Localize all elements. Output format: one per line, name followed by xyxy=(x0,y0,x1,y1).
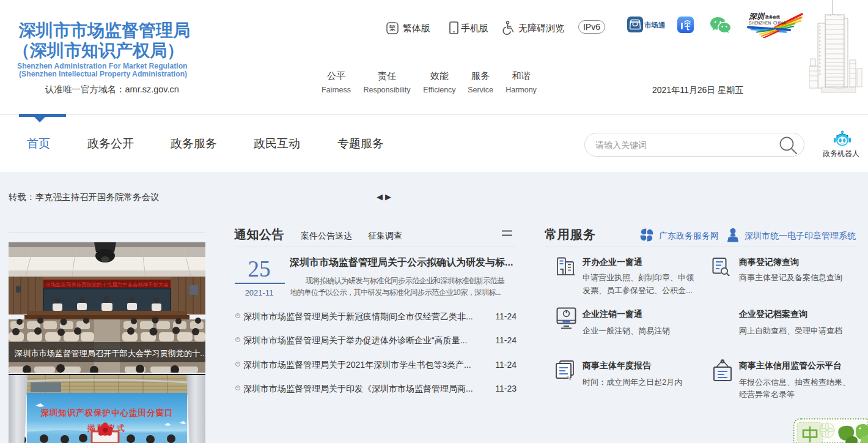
svg-text:深圳知识产权保护中心盐田分窗口: 深圳知识产权保护中心盐田分窗口 xyxy=(40,408,174,417)
svg-text:繁: 繁 xyxy=(389,24,396,32)
svg-text:深圳市市场监督管理局召开干部大会学习贯彻党的十...: 深圳市市场监督管理局召开干部大会学习贯彻党的十... xyxy=(14,349,205,358)
svg-text:SHENZHEN CHINA: SHENZHEN CHINA xyxy=(749,21,786,25)
svg-text:政务在线: 政务在线 xyxy=(765,15,780,20)
svg-text:深圳: 深圳 xyxy=(748,12,766,21)
svg-text:市场监管局宣传贯彻党的十九届六中全会精神干部大会: 市场监管局宣传贯彻党的十九届六中全会精神干部大会 xyxy=(46,281,169,288)
